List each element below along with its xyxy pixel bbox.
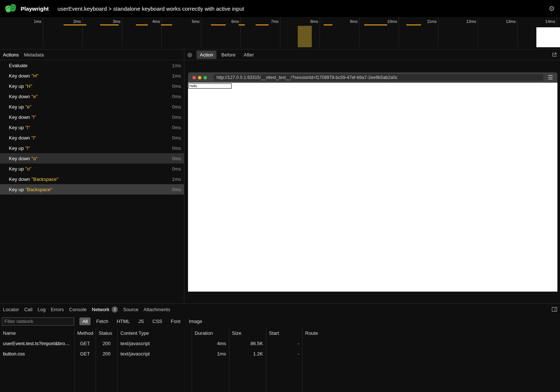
- tick-label: 9ms: [350, 19, 358, 24]
- timeline-tick: 7ms: [241, 17, 280, 47]
- cell-size: 86.5K: [229, 341, 266, 346]
- action-duration: 0ms: [172, 156, 181, 161]
- tab-errors[interactable]: Errors: [51, 307, 64, 312]
- window-dot-red-icon: [192, 76, 196, 79]
- action-row[interactable]: Evaluate1ms: [0, 60, 184, 71]
- tab-source[interactable]: Source: [123, 307, 138, 312]
- tick-label: 2ms: [73, 19, 81, 24]
- tab-metadata[interactable]: Metadata: [24, 52, 44, 58]
- action-duration: 1ms: [172, 73, 181, 79]
- action-row[interactable]: Key down"l"0ms: [0, 112, 184, 122]
- cell-start: -: [266, 351, 302, 357]
- timeline-action-mark: [324, 24, 332, 25]
- action-duration: 0ms: [172, 94, 181, 99]
- timeline-tick: 2ms: [43, 17, 83, 47]
- header: Playwright userEvent.keyboard > standalo…: [0, 0, 560, 17]
- column-header-start: Start: [266, 330, 302, 336]
- filter-chip-js[interactable]: JS: [135, 317, 147, 325]
- playwright-logo-icon: [5, 3, 16, 14]
- tick-label: 14ms: [545, 19, 555, 24]
- cell-start: -: [266, 341, 302, 346]
- action-row[interactable]: Key up"Backspace"0ms: [0, 184, 184, 195]
- action-title: Key up: [9, 187, 24, 192]
- filter-chip-css[interactable]: CSS: [150, 317, 165, 325]
- tab-network[interactable]: Network2: [92, 306, 118, 313]
- action-row[interactable]: Key up"l"0ms: [0, 122, 184, 133]
- action-duration: 0ms: [172, 104, 181, 110]
- page-text-input[interactable]: [188, 83, 232, 89]
- action-title: Key down: [9, 73, 30, 79]
- timeline[interactable]: 1ms2ms3ms4ms5ms6ms7ms8ms9ms10ms11ms12ms1…: [0, 17, 560, 49]
- action-key-value: "H": [25, 83, 32, 89]
- tick-label: 1ms: [34, 19, 41, 24]
- action-row[interactable]: Key up"H"0ms: [0, 81, 184, 91]
- tab-after[interactable]: After: [240, 51, 257, 59]
- network-row[interactable]: userEvent.test.ts?import&bro…GET200text/…: [0, 338, 560, 348]
- tab-locator[interactable]: Locator: [3, 307, 19, 312]
- column-header-name: Name: [0, 330, 74, 336]
- filter-chip-font[interactable]: Font: [168, 317, 183, 325]
- filter-chip-html[interactable]: HTML: [114, 317, 133, 325]
- action-duration: 0ms: [172, 187, 181, 192]
- cell-content_type: text/javascript: [117, 341, 192, 346]
- action-key-value: "l": [25, 145, 30, 151]
- tab-log[interactable]: Log: [38, 307, 46, 312]
- cell-method: GET: [74, 351, 96, 357]
- test-title: userEvent.keyboard > standalone keyboard…: [58, 6, 244, 12]
- tick-label: 3ms: [113, 19, 120, 24]
- timeline-thumbnail: [536, 27, 560, 47]
- action-duration: 0ms: [172, 135, 181, 141]
- network-row[interactable]: button.cssGET200text/javascript1ms1.2K-: [0, 348, 560, 359]
- timeline-action-mark: [256, 24, 269, 25]
- action-duration: 0ms: [172, 114, 181, 120]
- tick-label: 10ms: [387, 19, 397, 24]
- action-row[interactable]: Key up"e"0ms: [0, 102, 184, 112]
- network-filter-input[interactable]: [2, 317, 74, 326]
- action-row[interactable]: Key down"l"0ms: [0, 133, 184, 143]
- tab-action[interactable]: Action: [197, 51, 216, 59]
- action-duration: 1ms: [172, 176, 181, 182]
- hamburger-menu-icon: ☰: [548, 75, 553, 80]
- timeline-tick: 12ms: [438, 17, 478, 47]
- cell-size: 1.2K: [229, 351, 266, 357]
- action-row[interactable]: Key up"l"0ms: [0, 143, 184, 153]
- tab-attachments[interactable]: Attachments: [143, 307, 170, 312]
- action-row[interactable]: Key down"H"1ms: [0, 71, 184, 81]
- timeline-tick: 13ms: [478, 17, 518, 47]
- action-title: Key up: [9, 166, 24, 172]
- pick-locator-icon[interactable]: ◎: [187, 51, 192, 58]
- tab-before[interactable]: Before: [218, 51, 239, 59]
- toggle-panel-layout-icon[interactable]: [552, 307, 557, 312]
- action-row[interactable]: Key down"o"0ms: [0, 153, 184, 164]
- snapshot-area: http://127.0.0.1:63315/__vitest_test__/?…: [184, 60, 560, 303]
- tick-label: 6ms: [231, 19, 239, 24]
- action-row[interactable]: Key down"e"0ms: [0, 91, 184, 102]
- action-row[interactable]: Key down"Backspace"1ms: [0, 174, 184, 184]
- timeline-selected-range: [298, 26, 312, 47]
- cell-content_type: text/javascript: [117, 351, 192, 357]
- tab-actions[interactable]: Actions: [3, 52, 19, 58]
- action-title: Key down: [9, 94, 30, 99]
- settings-gear-icon[interactable]: ⚙: [549, 5, 555, 12]
- action-title: Key down: [9, 176, 30, 182]
- filter-chip-image[interactable]: Image: [186, 317, 205, 325]
- network-table-header: NameMethodStatusContent TypeDurationSize…: [0, 328, 560, 338]
- open-external-icon[interactable]: [552, 52, 557, 57]
- network-filter-row: AllFetchHTMLJSCSSFontImage: [0, 315, 560, 328]
- action-title: Key down: [9, 156, 30, 161]
- tab-console[interactable]: Console: [69, 307, 87, 312]
- tab-call[interactable]: Call: [24, 307, 32, 312]
- window-dot-yellow-icon: [198, 76, 201, 79]
- action-title: Key up: [9, 125, 24, 130]
- action-list: Evaluate1msKey down"H"1msKey up"H"0msKey…: [0, 60, 184, 303]
- filter-chip-fetch[interactable]: Fetch: [93, 317, 111, 325]
- timeline-tick: 11ms: [399, 17, 438, 47]
- cell-name: userEvent.test.ts?import&bro…: [0, 341, 74, 346]
- tick-label: 11ms: [427, 19, 437, 24]
- timeline-tick: 3ms: [83, 17, 122, 47]
- column-header-size: Size: [229, 330, 266, 336]
- filter-chip-all[interactable]: All: [79, 317, 91, 325]
- action-row[interactable]: Key up"o"0ms: [0, 164, 184, 174]
- details-panel: LocatorCallLogErrorsConsoleNetwork2Sourc…: [0, 303, 560, 392]
- action-title: Key down: [9, 114, 30, 120]
